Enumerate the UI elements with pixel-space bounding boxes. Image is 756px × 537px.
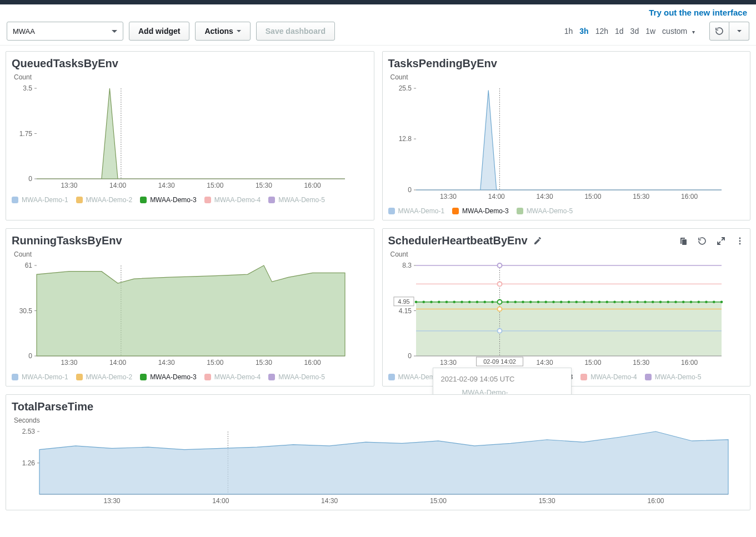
svg-point-88 bbox=[605, 300, 608, 303]
copy-icon[interactable] bbox=[679, 237, 688, 245]
svg-point-72 bbox=[483, 300, 486, 303]
svg-point-101 bbox=[705, 300, 708, 303]
svg-text:14:00: 14:00 bbox=[212, 497, 229, 505]
svg-text:15:30: 15:30 bbox=[256, 359, 272, 367]
chart-parse[interactable]: 1.262.5313:3014:0014:3015:0015:3016:00 bbox=[12, 429, 744, 506]
legend-item[interactable]: MWAA-Demo-3 bbox=[517, 372, 573, 383]
panel-scheduler-heartbeat: SchedulerHeartbeatByEnv Count 04.158.313… bbox=[382, 228, 751, 387]
time-range-1d[interactable]: 1d bbox=[612, 24, 627, 38]
legend-item[interactable]: MWAA-Demo-5 bbox=[268, 372, 325, 383]
svg-text:16:00: 16:00 bbox=[681, 193, 698, 200]
time-range-3h[interactable]: 3h bbox=[576, 24, 592, 38]
legend-swatch bbox=[580, 374, 587, 380]
legend-swatch bbox=[204, 197, 211, 203]
legend-label: MWAA-Demo-5 bbox=[278, 372, 325, 383]
svg-text:13:30: 13:30 bbox=[104, 497, 121, 505]
chart-heartbeat[interactable]: 04.158.313:3014:0014:3015:0015:3016:0002… bbox=[388, 263, 745, 368]
legend-item[interactable]: MWAA-Demo-3 bbox=[452, 205, 509, 217]
svg-point-97 bbox=[674, 300, 677, 303]
svg-text:14:00: 14:00 bbox=[488, 193, 504, 200]
svg-text:15:30: 15:30 bbox=[256, 182, 272, 189]
svg-text:1.75: 1.75 bbox=[19, 130, 33, 138]
svg-point-89 bbox=[613, 300, 616, 303]
caret-down-icon bbox=[737, 30, 742, 34]
legend-item[interactable]: MWAA-Demo-1 bbox=[388, 372, 445, 383]
svg-point-68 bbox=[453, 300, 455, 303]
legend-item[interactable]: MWAA-Demo-4 bbox=[204, 372, 261, 383]
legend-item[interactable]: MWAA-Demo-5 bbox=[645, 372, 702, 383]
refresh-icon[interactable] bbox=[698, 237, 707, 245]
time-range-group: 1h3h12h1d3d1wcustom ▾ bbox=[561, 27, 702, 36]
legend-item[interactable]: MWAA-Demo-5 bbox=[517, 205, 573, 217]
legend-label: MWAA-Demo-5 bbox=[655, 372, 702, 383]
legend-item[interactable]: MWAA-Demo-3 bbox=[140, 372, 197, 383]
save-dashboard-button: Save dashboard bbox=[256, 22, 335, 41]
more-icon[interactable] bbox=[735, 237, 744, 245]
legend-label: MWAA-Demo-4 bbox=[214, 194, 261, 205]
svg-point-42 bbox=[739, 237, 741, 239]
actions-button[interactable]: Actions bbox=[195, 22, 250, 41]
svg-text:15:00: 15:00 bbox=[207, 182, 223, 189]
panel-title: TasksPendingByEnv bbox=[388, 57, 745, 70]
svg-point-87 bbox=[598, 300, 600, 303]
svg-text:8.3: 8.3 bbox=[402, 263, 412, 269]
svg-text:4.95: 4.95 bbox=[398, 298, 409, 305]
refresh-menu-button[interactable] bbox=[729, 22, 749, 41]
svg-text:16:00: 16:00 bbox=[304, 182, 321, 189]
legend-swatch bbox=[452, 374, 459, 380]
dashboard-select[interactable]: MWAA bbox=[7, 22, 123, 41]
svg-text:02-09 14:02: 02-09 14:02 bbox=[483, 358, 516, 365]
legend-label: MWAA-Demo-3 bbox=[527, 372, 573, 383]
chart-running[interactable]: 030.56113:3014:0014:3015:0015:3016:00 bbox=[12, 263, 368, 368]
add-widget-button[interactable]: Add widget bbox=[129, 22, 189, 41]
y-axis-label: Count bbox=[14, 73, 368, 81]
legend-swatch bbox=[140, 374, 147, 380]
legend-item[interactable]: MWAA-Demo-2 bbox=[76, 372, 133, 383]
legend-item[interactable]: MWAA-Demo-2 bbox=[76, 194, 133, 205]
svg-text:14:30: 14:30 bbox=[158, 182, 175, 189]
svg-point-100 bbox=[697, 300, 700, 303]
svg-point-66 bbox=[437, 300, 440, 303]
svg-text:15:00: 15:00 bbox=[207, 359, 223, 367]
chart-queued[interactable]: 01.753.513:3014:0014:3015:0015:3016:00 bbox=[12, 86, 368, 191]
time-range-custom[interactable]: custom ▾ bbox=[659, 24, 702, 38]
svg-text:14:30: 14:30 bbox=[536, 193, 553, 200]
svg-text:1.26: 1.26 bbox=[22, 459, 36, 467]
legend-item[interactable]: MWAA-Demo-5 bbox=[268, 194, 325, 205]
time-range-1w[interactable]: 1w bbox=[642, 24, 659, 38]
svg-point-93 bbox=[644, 300, 647, 303]
legend-swatch bbox=[517, 374, 523, 380]
refresh-button[interactable] bbox=[709, 22, 729, 41]
svg-text:14:30: 14:30 bbox=[158, 359, 175, 367]
y-axis-label: Count bbox=[390, 250, 745, 258]
refresh-icon bbox=[715, 27, 724, 36]
time-range-3d[interactable]: 3d bbox=[627, 24, 643, 38]
legend-item[interactable]: MWAA-Demo-1 bbox=[12, 372, 68, 383]
legend-item[interactable]: MWAA-Demo-1 bbox=[12, 194, 68, 205]
time-range-1h[interactable]: 1h bbox=[561, 24, 577, 38]
edit-icon[interactable] bbox=[533, 237, 542, 245]
legend-label: MWAA-Demo-1 bbox=[398, 372, 445, 383]
try-new-interface-link[interactable]: Try out the new interface bbox=[649, 8, 747, 17]
chart-pending[interactable]: 012.825.513:3014:0014:3015:0015:3016:00 bbox=[388, 86, 745, 202]
svg-text:0: 0 bbox=[28, 175, 32, 183]
legend-label: MWAA-Demo-1 bbox=[398, 205, 445, 217]
svg-text:15:00: 15:00 bbox=[584, 359, 601, 367]
expand-icon[interactable] bbox=[717, 237, 725, 245]
legend-swatch bbox=[12, 197, 18, 203]
svg-text:4.15: 4.15 bbox=[398, 307, 412, 315]
legend-item[interactable]: MWAA-Demo-1 bbox=[388, 205, 445, 217]
panel-title: SchedulerHeartbeatByEnv bbox=[388, 234, 745, 247]
legend-item[interactable]: MWAA-Demo-4 bbox=[580, 372, 637, 383]
legend-swatch bbox=[268, 374, 275, 380]
panel-title: RunningTasksByEnv bbox=[12, 234, 368, 247]
svg-text:13:30: 13:30 bbox=[61, 182, 77, 189]
svg-text:16:00: 16:00 bbox=[647, 497, 664, 505]
legend-item[interactable]: MWAA-Demo-2 bbox=[452, 372, 509, 383]
legend-item[interactable]: MWAA-Demo-3 bbox=[140, 194, 197, 205]
svg-text:0: 0 bbox=[28, 352, 32, 360]
svg-point-96 bbox=[667, 300, 669, 303]
svg-text:15:30: 15:30 bbox=[539, 497, 555, 505]
legend-item[interactable]: MWAA-Demo-4 bbox=[204, 194, 261, 205]
time-range-12h[interactable]: 12h bbox=[592, 24, 612, 38]
